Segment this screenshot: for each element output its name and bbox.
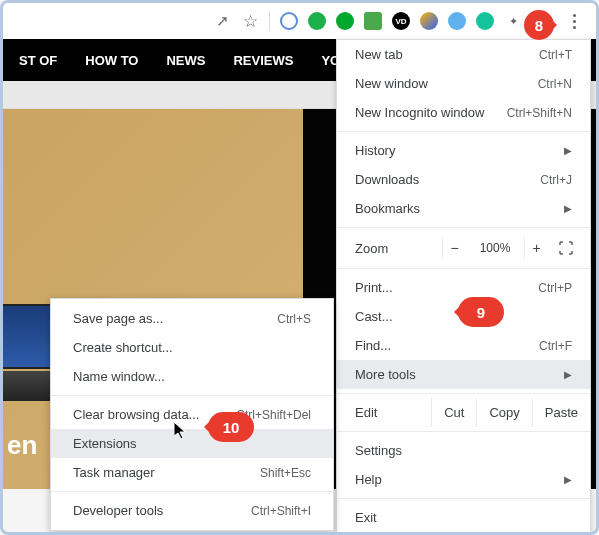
menu-help[interactable]: Help ▶ bbox=[337, 465, 590, 494]
extension-icon-2[interactable] bbox=[308, 12, 326, 30]
menu-label: Find... bbox=[355, 338, 391, 353]
chevron-right-icon: ▶ bbox=[564, 474, 572, 485]
menu-shortcut: Ctrl+Shift+N bbox=[507, 106, 572, 120]
star-icon[interactable]: ☆ bbox=[241, 12, 259, 30]
menu-separator bbox=[337, 268, 590, 269]
menu-label: Clear browsing data... bbox=[73, 407, 199, 422]
more-tools-submenu: Save page as... Ctrl+S Create shortcut..… bbox=[50, 298, 334, 531]
submenu-clear-browsing-data[interactable]: Clear browsing data... Ctrl+Shift+Del bbox=[51, 400, 333, 429]
menu-new-tab[interactable]: New tab Ctrl+T bbox=[337, 40, 590, 69]
menu-label: Name window... bbox=[73, 369, 165, 384]
menu-find[interactable]: Find... Ctrl+F bbox=[337, 331, 590, 360]
chrome-main-menu: New tab Ctrl+T New window Ctrl+N New Inc… bbox=[336, 39, 591, 533]
nav-item[interactable]: REVIEWS bbox=[233, 53, 293, 68]
nav-item[interactable]: HOW TO bbox=[85, 53, 138, 68]
submenu-developer-tools[interactable]: Developer tools Ctrl+Shift+I bbox=[51, 496, 333, 525]
menu-shortcut: Ctrl+T bbox=[539, 48, 572, 62]
menu-label: More tools bbox=[355, 367, 416, 382]
menu-label: History bbox=[355, 143, 395, 158]
menu-zoom: Zoom − 100% + bbox=[337, 232, 590, 264]
menu-shortcut: Ctrl+F bbox=[539, 339, 572, 353]
chevron-right-icon: ▶ bbox=[564, 369, 572, 380]
menu-separator bbox=[51, 491, 333, 492]
chrome-menu-button[interactable] bbox=[560, 7, 588, 35]
submenu-name-window[interactable]: Name window... bbox=[51, 362, 333, 391]
submenu-extensions[interactable]: Extensions bbox=[51, 429, 333, 458]
menu-label: Exit bbox=[355, 510, 377, 525]
menu-separator bbox=[337, 393, 590, 394]
callout-8: 8 bbox=[524, 10, 554, 40]
menu-shortcut: Ctrl+N bbox=[538, 77, 572, 91]
menu-new-window[interactable]: New window Ctrl+N bbox=[337, 69, 590, 98]
nav-item[interactable]: NEWS bbox=[166, 53, 205, 68]
menu-edit-row: Edit Cut Copy Paste bbox=[337, 398, 590, 427]
menu-label: Developer tools bbox=[73, 503, 163, 518]
extension-icon-7[interactable] bbox=[448, 12, 466, 30]
menu-shortcut: Ctrl+J bbox=[540, 173, 572, 187]
chevron-right-icon: ▶ bbox=[564, 203, 572, 214]
mouse-cursor-icon bbox=[174, 422, 190, 440]
zoom-in-button[interactable]: + bbox=[524, 237, 548, 259]
extension-icon-6[interactable] bbox=[420, 12, 438, 30]
callout-10: 10 bbox=[208, 412, 254, 442]
extension-icon-evernote[interactable] bbox=[336, 12, 354, 30]
menu-separator bbox=[337, 431, 590, 432]
menu-label: New window bbox=[355, 76, 428, 91]
submenu-task-manager[interactable]: Task manager Shift+Esc bbox=[51, 458, 333, 487]
menu-label: Edit bbox=[337, 398, 431, 427]
menu-label: Extensions bbox=[73, 436, 137, 451]
extensions-puzzle-icon[interactable]: ✦ bbox=[504, 12, 522, 30]
browser-toolbar: ↗ ☆ VD ✦ bbox=[3, 3, 596, 39]
extension-icon-vd[interactable]: VD bbox=[392, 12, 410, 30]
nav-item[interactable]: ST OF bbox=[19, 53, 57, 68]
menu-separator bbox=[337, 227, 590, 228]
menu-label: Settings bbox=[355, 443, 402, 458]
menu-label: Task manager bbox=[73, 465, 155, 480]
zoom-value: 100% bbox=[472, 241, 518, 255]
menu-separator bbox=[337, 131, 590, 132]
zoom-out-button[interactable]: − bbox=[442, 237, 466, 259]
menu-label: Save page as... bbox=[73, 311, 163, 326]
menu-label: Create shortcut... bbox=[73, 340, 173, 355]
menu-downloads[interactable]: Downloads Ctrl+J bbox=[337, 165, 590, 194]
menu-more-tools[interactable]: More tools ▶ bbox=[337, 360, 590, 389]
menu-shortcut: Shift+Esc bbox=[260, 466, 311, 480]
menu-settings[interactable]: Settings bbox=[337, 436, 590, 465]
edit-copy-button[interactable]: Copy bbox=[476, 398, 531, 427]
menu-shortcut: Ctrl+Shift+I bbox=[251, 504, 311, 518]
menu-shortcut: Ctrl+S bbox=[277, 312, 311, 326]
submenu-create-shortcut[interactable]: Create shortcut... bbox=[51, 333, 333, 362]
menu-bookmarks[interactable]: Bookmarks ▶ bbox=[337, 194, 590, 223]
menu-label: New tab bbox=[355, 47, 403, 62]
menu-label: Cast... bbox=[355, 309, 393, 324]
menu-separator bbox=[337, 498, 590, 499]
menu-history[interactable]: History ▶ bbox=[337, 136, 590, 165]
edit-cut-button[interactable]: Cut bbox=[431, 398, 476, 427]
extension-icon-grammarly[interactable] bbox=[476, 12, 494, 30]
article-title-fragment: en bbox=[7, 430, 37, 461]
share-icon[interactable]: ↗ bbox=[213, 12, 231, 30]
menu-exit[interactable]: Exit bbox=[337, 503, 590, 532]
menu-separator bbox=[51, 395, 333, 396]
extension-icon-4[interactable] bbox=[364, 12, 382, 30]
menu-label: Downloads bbox=[355, 172, 419, 187]
extension-icon-1[interactable] bbox=[280, 12, 298, 30]
menu-label: New Incognito window bbox=[355, 105, 484, 120]
menu-label: Zoom bbox=[355, 241, 436, 256]
menu-print[interactable]: Print... Ctrl+P bbox=[337, 273, 590, 302]
callout-9: 9 bbox=[458, 297, 504, 327]
chevron-right-icon: ▶ bbox=[564, 145, 572, 156]
menu-shortcut: Ctrl+P bbox=[538, 281, 572, 295]
menu-label: Help bbox=[355, 472, 382, 487]
fullscreen-icon[interactable] bbox=[554, 241, 578, 255]
menu-label: Print... bbox=[355, 280, 393, 295]
menu-label: Bookmarks bbox=[355, 201, 420, 216]
edit-paste-button[interactable]: Paste bbox=[532, 398, 590, 427]
submenu-save-page[interactable]: Save page as... Ctrl+S bbox=[51, 304, 333, 333]
menu-new-incognito[interactable]: New Incognito window Ctrl+Shift+N bbox=[337, 98, 590, 127]
